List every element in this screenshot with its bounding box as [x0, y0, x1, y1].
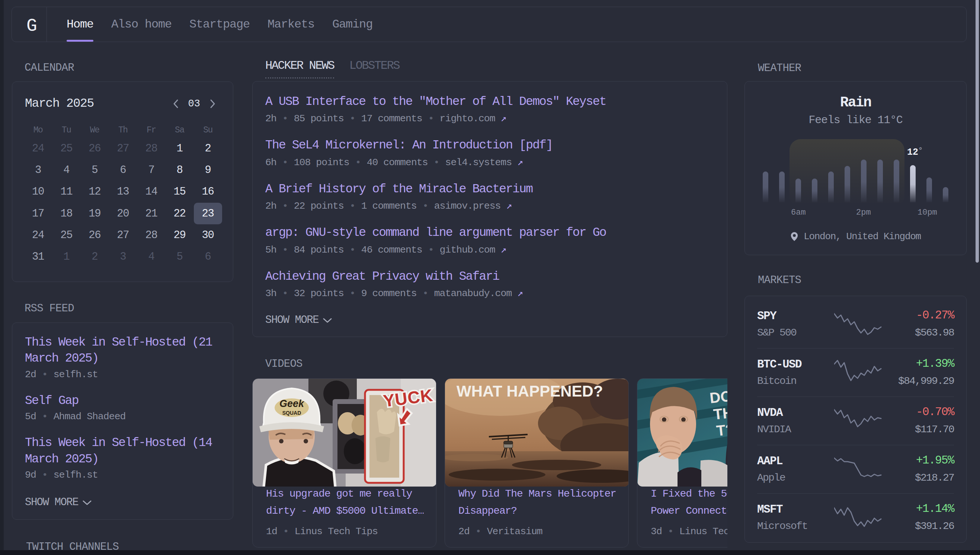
svg-text:T?: T? [715, 421, 727, 439]
svg-text:SQUAD: SQUAD [282, 410, 302, 416]
svg-text:WHAT HAPPENED?: WHAT HAPPENED? [457, 382, 603, 400]
svg-text:Geek: Geek [279, 398, 305, 409]
svg-text:DO: DO [709, 388, 727, 406]
svg-text:TH: TH [712, 404, 727, 423]
